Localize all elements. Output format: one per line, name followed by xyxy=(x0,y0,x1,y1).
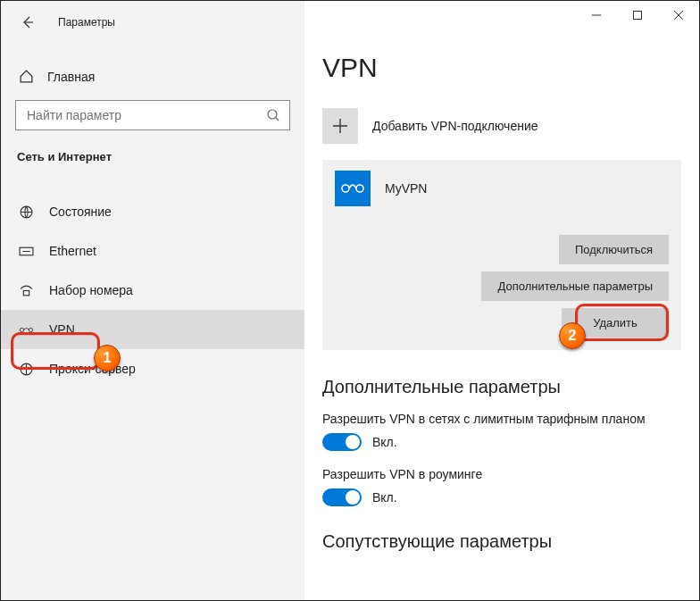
advanced-button[interactable]: Дополнительные параметры xyxy=(481,271,669,301)
vpn-item-header: MyVPN xyxy=(335,171,669,206)
toggle-roaming-switch[interactable] xyxy=(322,488,362,506)
svg-rect-3 xyxy=(23,290,29,295)
nav-list: Состояние Ethernet Набор номера VPN xyxy=(1,192,304,388)
maximize-button[interactable] xyxy=(617,1,658,29)
home-icon xyxy=(17,69,35,84)
home-label: Главная xyxy=(47,70,95,84)
svg-point-0 xyxy=(268,110,277,119)
proxy-icon xyxy=(17,362,35,377)
toggle-roaming-state: Вкл. xyxy=(372,490,397,505)
nav-item-proxy[interactable]: Прокси-сервер xyxy=(1,349,304,388)
toggle-metered-label: Разрешить VPN в сетях с лимитным тарифны… xyxy=(322,412,681,426)
toggle-roaming-label: Разрешить VPN в роуминге xyxy=(322,467,681,481)
section-related-title: Сопутствующие параметры xyxy=(322,531,681,552)
titlebar-left: Параметры xyxy=(1,1,304,44)
nav-item-dialup[interactable]: Набор номера xyxy=(1,271,304,310)
search-icon xyxy=(266,108,280,122)
svg-rect-7 xyxy=(634,12,642,20)
search-box[interactable] xyxy=(15,100,290,130)
sidebar-section-header: Сеть и Интернет xyxy=(1,143,304,172)
add-vpn-row[interactable]: Добавить VPN-подключение xyxy=(322,104,681,147)
vpn-name: MyVPN xyxy=(385,181,427,196)
vpn-actions: Подключиться Дополнительные параметры Уд… xyxy=(335,235,669,338)
nav-item-ethernet[interactable]: Ethernet xyxy=(1,231,304,271)
toggle-metered-switch[interactable] xyxy=(322,433,362,451)
add-vpn-label: Добавить VPN-подключение xyxy=(372,119,538,133)
dialup-icon xyxy=(17,283,35,298)
vpn-icon xyxy=(17,322,35,338)
search-input[interactable] xyxy=(25,107,266,123)
arrow-left-icon xyxy=(21,15,35,29)
svg-point-9 xyxy=(356,185,363,192)
close-button[interactable] xyxy=(658,1,699,29)
svg-point-4 xyxy=(20,328,23,331)
minimize-button[interactable] xyxy=(576,1,617,29)
toggle-metered-state: Вкл. xyxy=(372,435,397,449)
home-nav[interactable]: Главная xyxy=(1,60,304,93)
svg-point-8 xyxy=(342,185,349,192)
delete-button[interactable]: Удалить xyxy=(562,308,669,338)
nav-label: Ethernet xyxy=(49,244,96,258)
nav-label: VPN xyxy=(49,322,75,337)
toggle-roaming: Разрешить VPN в роуминге Вкл. xyxy=(322,467,681,506)
nav-item-status[interactable]: Состояние xyxy=(1,192,304,231)
vpn-tile xyxy=(335,171,371,206)
nav-label: Состояние xyxy=(49,205,112,219)
main-content: VPN Добавить VPN-подключение MyVPN Подкл… xyxy=(304,1,699,600)
page-title: VPN xyxy=(322,53,681,83)
vpn-connection-icon xyxy=(340,181,365,196)
status-icon xyxy=(17,205,35,220)
nav-label: Прокси-сервер xyxy=(49,362,136,376)
ethernet-icon xyxy=(17,244,35,259)
window-controls xyxy=(576,1,699,29)
section-advanced-title: Дополнительные параметры xyxy=(322,377,681,397)
sidebar: Параметры Главная Сеть и Интернет Состоя… xyxy=(1,1,304,600)
back-button[interactable] xyxy=(13,8,42,37)
connect-button[interactable]: Подключиться xyxy=(559,235,669,264)
nav-label: Набор номера xyxy=(49,283,133,297)
window-title: Параметры xyxy=(58,16,115,29)
vpn-connection-item[interactable]: MyVPN Подключиться Дополнительные параме… xyxy=(322,160,681,350)
add-tile xyxy=(322,108,358,144)
toggle-metered: Разрешить VPN в сетях с лимитным тарифны… xyxy=(322,412,681,451)
svg-point-5 xyxy=(29,328,32,331)
nav-item-vpn[interactable]: VPN xyxy=(1,310,304,349)
plus-icon xyxy=(332,118,348,134)
